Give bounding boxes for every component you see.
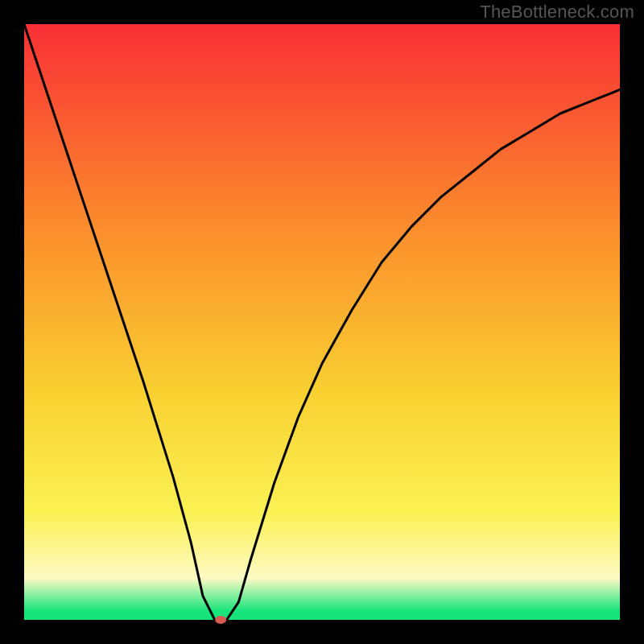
optimum-marker-icon	[215, 616, 226, 624]
chart-frame: TheBottleneck.com	[0, 0, 644, 644]
bottleneck-chart	[0, 0, 644, 644]
plot-area	[24, 24, 620, 620]
watermark-label: TheBottleneck.com	[480, 2, 634, 23]
